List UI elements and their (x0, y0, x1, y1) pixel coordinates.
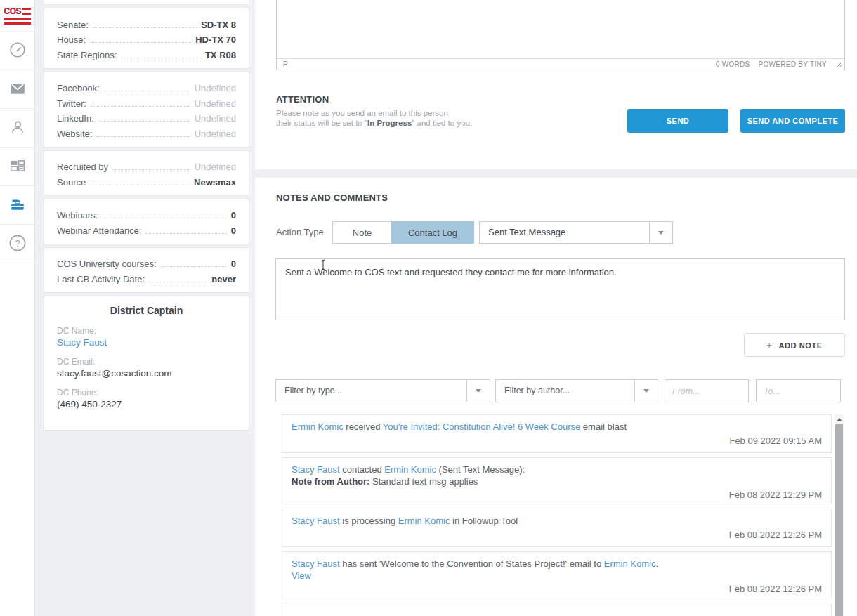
panel-card-university: COS University courses:0 Last CB Activit… (44, 247, 249, 293)
attention-text: Please note as you send an email to this… (276, 109, 494, 128)
view-email-link[interactable]: View (292, 570, 311, 581)
select-arrow-box (649, 222, 672, 243)
detail-row-state-regions: State Regions:TX R08 (57, 46, 236, 62)
notes-and-comments-card: NOTES AND COMMENTS Action Type Note Cont… (255, 178, 857, 616)
plus-icon: + (766, 340, 772, 350)
contact-method-select[interactable]: Sent Text Message (479, 221, 673, 244)
action-type-label: Action Type (276, 221, 324, 244)
district-captain-title: District Captain (57, 305, 236, 316)
activity-entry-date: Feb 08 2022 12:26 PM (292, 530, 822, 542)
email-blast-link[interactable]: You're Invited: Constitution Alive! 6 We… (383, 421, 580, 432)
editor-element-path: P (283, 60, 288, 68)
activity-entry: Stacy Faust has sent 'Welcome to the Con… (282, 551, 832, 598)
notes-section-title: NOTES AND COMMENTS (276, 192, 388, 203)
dc-name-group: DC Name: Stacy Faust (57, 326, 236, 348)
note-text-input[interactable]: Sent a Welcome to COS text and requested… (275, 258, 845, 320)
toolbox-icon (9, 196, 26, 215)
detail-row-source: SourceNewsmax (57, 173, 236, 189)
action-type-segmented-control: Note Contact Log (332, 221, 474, 244)
person-icon (9, 119, 26, 138)
filter-to-date-input[interactable] (756, 379, 841, 402)
panel-card-districts: Senate:SD-TX 8 House:HD-TX 70 State Regi… (44, 8, 249, 69)
sidebar-item-apps[interactable] (0, 148, 34, 186)
detail-row-webinars: Webinars:0 (57, 207, 236, 223)
rich-text-editor: P 0 WORDS POWERED BY TINY (276, 0, 845, 70)
activity-entry-date: Feb 08 2022 12:26 PM (292, 584, 822, 596)
panel-card-top-sliver (44, 0, 249, 5)
activity-entry-date: Feb 09 2022 09:15 AM (292, 435, 822, 447)
dc-email-group: DC Email: stacy.faust@cosaction.com (57, 357, 236, 379)
contact-link[interactable]: Ermin Komic (398, 516, 450, 526)
filter-from-date-input[interactable] (665, 379, 749, 402)
gauge-icon (9, 41, 26, 60)
add-note-button[interactable]: +ADD NOTE (744, 333, 845, 357)
send-and-complete-button[interactable]: SEND AND COMPLETE (740, 109, 845, 133)
dc-name-link[interactable]: Stacy Faust (57, 337, 107, 348)
activity-filters: Filter by type... Filter by author... (275, 379, 845, 402)
activity-scrollbar[interactable] (835, 414, 844, 616)
editor-status-bar: P 0 WORDS POWERED BY TINY (277, 58, 844, 70)
activity-entry-date: Feb 08 2022 12:29 PM (292, 490, 822, 502)
contact-log-tab-button[interactable]: Contact Log (391, 221, 474, 244)
email-compose-card: P 0 WORDS POWERED BY TINY ATTENTION Plea… (255, 0, 857, 169)
chevron-down-icon (658, 231, 664, 235)
word-count: 0 WORDS (716, 60, 750, 68)
panel-card-social: Facebook:Undefined Twitter:Undefined Lin… (44, 72, 249, 148)
editor-resize-handle[interactable] (835, 61, 842, 67)
activity-entry: Stacy Faust contacted Ermin Komic (Sent … (282, 457, 832, 504)
sidebar-item-help[interactable]: ? (0, 225, 34, 263)
detail-row-twitter: Twitter:Undefined (57, 95, 236, 110)
contact-link[interactable]: Ermin Komic (604, 558, 656, 569)
scrollbar-thumb[interactable] (835, 424, 843, 616)
detail-row-senate: Senate:SD-TX 8 (57, 16, 236, 32)
dc-phone-group: DC Phone: (469) 450-2327 (57, 388, 236, 409)
panel-card-district-captain: District Captain DC Name: Stacy Faust DC… (44, 296, 249, 431)
scroll-up-arrow-icon (837, 418, 842, 421)
detail-row-linkedin: LinkedIn:Undefined (57, 110, 236, 126)
author-link[interactable]: Stacy Faust (292, 558, 340, 569)
filter-by-type-select[interactable]: Filter by type... (275, 379, 490, 402)
sidebar-item-tools-active[interactable] (0, 186, 34, 225)
sidebar-item-email[interactable] (0, 70, 34, 109)
main-content: P 0 WORDS POWERED BY TINY ATTENTION Plea… (255, 0, 857, 616)
attention-title: ATTENTION (276, 94, 329, 105)
sidebar-item-dashboard[interactable] (0, 32, 34, 70)
detail-row-house: House:HD-TX 70 (57, 32, 236, 47)
note-tab-button[interactable]: Note (332, 221, 391, 244)
activity-log-list: Ermin Komic received You're Invited: Con… (282, 414, 844, 616)
detail-row-last-cb-activity: Last CB Activity Date:never (57, 270, 236, 286)
dc-email-value: stacy.faust@cosaction.com (57, 368, 236, 379)
sidebar-item-contacts[interactable] (0, 109, 34, 148)
cos-logo-text: COS (4, 6, 23, 17)
envelope-icon (9, 80, 26, 99)
contact-link[interactable]: Ermin Komic (292, 421, 344, 432)
filter-by-author-select[interactable]: Filter by author... (495, 379, 658, 402)
contact-detail-panel: Senate:SD-TX 8 House:HD-TX 70 State Regi… (44, 0, 249, 433)
send-button[interactable]: SEND (627, 109, 728, 133)
sidebar-item-home[interactable]: COS (0, 0, 34, 32)
help-icon: ? (8, 234, 27, 254)
icon-sidebar: COS ? (0, 0, 35, 616)
contact-link[interactable]: Ermin Komic (384, 464, 436, 475)
activity-entry-text: Ermin Komic received You're Invited: Con… (292, 421, 822, 433)
panel-card-recruit: Recruited byUndefined SourceNewsmax (44, 150, 249, 196)
author-link[interactable]: Stacy Faust (292, 464, 340, 475)
email-editor-body[interactable] (277, 0, 844, 58)
chevron-down-icon (476, 389, 481, 393)
activity-entry-text: Stacy Faust contacted Ermin Komic (Sent … (292, 464, 822, 487)
chevron-down-icon (643, 389, 649, 393)
activity-entry-text: Stacy Faust is processing Ermin Komic in… (292, 516, 822, 527)
detail-row-facebook: Facebook:Undefined (57, 80, 236, 96)
dc-email-label: DC Email: (57, 357, 236, 367)
activity-entry-text: Stacy Faust has sent 'Welcome to the Con… (292, 558, 822, 582)
svg-text:?: ? (15, 237, 20, 248)
scrollbar-up-button[interactable] (835, 414, 844, 424)
cos-logo-icon: COS (4, 6, 31, 25)
activity-entry (282, 603, 832, 616)
dc-phone-value: (469) 450-2327 (57, 399, 236, 409)
detail-row-webinar-attendance: Webinar Attendance:0 (57, 222, 236, 237)
author-link[interactable]: Stacy Faust (292, 516, 340, 526)
detail-row-recruited-by: Recruited byUndefined (57, 159, 236, 174)
panel-card-webinars: Webinars:0 Webinar Attendance:0 (44, 199, 249, 244)
contact-method-value: Sent Text Message (488, 222, 565, 243)
